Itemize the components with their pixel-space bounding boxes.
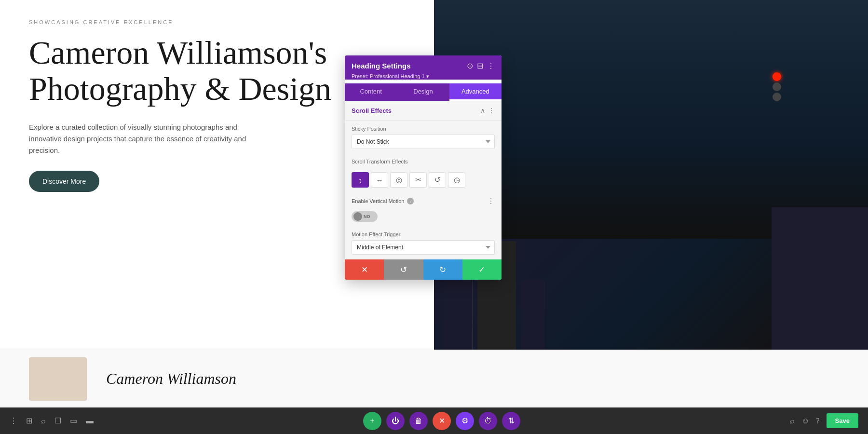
panel-cancel-button[interactable]: ✕ [345, 259, 384, 280]
discover-more-button[interactable]: Discover More [29, 171, 99, 192]
preview-heading: Cameron Williamson [106, 370, 236, 388]
panel-header-icons: ⊙ ⊟ ⋮ [467, 61, 495, 70]
panel-more-icon[interactable]: ⋮ [487, 61, 495, 70]
toolbar-desktop-icon[interactable]: ☐ [54, 416, 61, 425]
bottom-toolbar: ⋮ ⊞ ⌕ ☐ ▭ ▬ + ⏻ 🗑 ✕ ⚙ ⏱ ⇅ ⌕ ☺ ? Save [0, 407, 868, 434]
toolbar-left: ⋮ ⊞ ⌕ ☐ ▭ ▬ [10, 416, 94, 425]
panel-actions: ✕ ↺ ↻ ✓ [345, 259, 502, 280]
toolbar-help-icon[interactable]: ? [816, 417, 820, 425]
layout-button[interactable]: ⇅ [502, 412, 520, 430]
panel-body: Scroll Effects ∧ ⋮ Sticky Position Do No… [345, 101, 502, 259]
sticky-position-select[interactable]: Do Not Stick Stick to Top Stick to Botto… [352, 135, 495, 149]
toolbar-tablet-icon[interactable]: ▭ [70, 416, 77, 425]
traffic-red [773, 72, 781, 81]
delete-button[interactable]: 🗑 [409, 412, 428, 430]
transform-blur-btn[interactable]: ✂ [409, 172, 427, 188]
panel-confirm-button[interactable]: ✓ [462, 259, 502, 280]
panel-preset[interactable]: Preset: Professional Heading 1 ▾ [352, 73, 495, 80]
toolbar-account-icon[interactable]: ☺ [801, 417, 809, 425]
toolbar-zoom-icon[interactable]: ⌕ [790, 417, 795, 425]
add-section-button[interactable]: + [363, 412, 381, 430]
panel-undo-button[interactable]: ↺ [384, 259, 423, 280]
panel-redo-button[interactable]: ↻ [423, 259, 462, 280]
panel-columns-icon[interactable]: ⊟ [477, 61, 483, 70]
sub-text: Explore a curated collection of visually… [29, 122, 270, 156]
section-header-icons: ∧ ⋮ [480, 107, 495, 115]
enable-vertical-label: Enable Vertical Motion [352, 198, 404, 204]
heading-settings-panel: Heading Settings ⊙ ⊟ ⋮ Preset: Professio… [345, 55, 502, 280]
toolbar-right: ⌕ ☺ ? Save [790, 413, 858, 428]
tab-design[interactable]: Design [397, 83, 449, 101]
confirm-icon: ✓ [478, 265, 485, 275]
preview-image [29, 357, 87, 401]
toggle-knob [353, 212, 362, 221]
tab-content[interactable]: Content [345, 83, 397, 101]
tab-advanced[interactable]: Advanced [449, 83, 502, 101]
close-button[interactable]: ✕ [433, 412, 451, 430]
panel-title-row: Heading Settings ⊙ ⊟ ⋮ [352, 61, 495, 70]
motion-trigger-label: Motion Effect Trigger [352, 231, 495, 237]
sticky-position-field: Sticky Position Do Not Stick Stick to To… [345, 121, 502, 154]
motion-trigger-field: Motion Effect Trigger Middle of Element … [345, 227, 502, 259]
sticky-position-label: Sticky Position [352, 126, 495, 132]
scroll-transform-field: Scroll Transform Effects [345, 154, 502, 169]
transform-vertical-btn[interactable]: ↕ [352, 172, 369, 188]
vertical-motion-toggle[interactable]: NO [352, 211, 378, 222]
toggle-label-group: Enable Vertical Motion ? [352, 198, 414, 204]
traffic-light [773, 72, 781, 101]
toolbar-mobile-icon[interactable]: ▬ [86, 417, 94, 425]
motion-trigger-select[interactable]: Middle of Element Top of Viewport Bottom… [352, 240, 495, 255]
bottom-preview-strip: Cameron Williamson [0, 350, 868, 407]
help-icon[interactable]: ? [407, 198, 414, 204]
transform-icons-row: ↕ ↔ ◎ ✂ ↺ ◷ [345, 169, 502, 192]
panel-title: Heading Settings [352, 62, 411, 70]
settings-button[interactable]: ⚙ [456, 412, 474, 430]
transform-horizontal-btn[interactable]: ↔ [371, 172, 388, 188]
scroll-effects-title: Scroll Effects [352, 107, 392, 114]
transform-opacity-btn[interactable]: ◎ [390, 172, 407, 188]
undo-icon: ↺ [400, 265, 407, 275]
schedule-button[interactable]: ⏱ [479, 412, 497, 430]
transform-skew-btn[interactable]: ◷ [448, 172, 465, 188]
section-collapse-icon[interactable]: ∧ [480, 107, 485, 115]
enable-vertical-motion-field: Enable Vertical Motion ? ⋮ [345, 192, 502, 209]
panel-header: Heading Settings ⊙ ⊟ ⋮ Preset: Professio… [345, 55, 502, 80]
traffic-green [773, 93, 781, 101]
power-button[interactable]: ⏻ [386, 412, 405, 430]
transform-rotate-btn[interactable]: ↺ [429, 172, 446, 188]
cancel-icon: ✕ [361, 265, 368, 275]
toolbar-search-icon[interactable]: ⌕ [41, 417, 46, 425]
traffic-yellow [773, 82, 781, 91]
toolbar-center: + ⏻ 🗑 ✕ ⚙ ⏱ ⇅ [363, 412, 520, 430]
section-more-icon[interactable]: ⋮ [488, 107, 495, 115]
toolbar-grid-icon[interactable]: ⊞ [26, 416, 32, 425]
panel-tabs: Content Design Advanced [345, 83, 502, 101]
toolbar-menu-icon[interactable]: ⋮ [10, 416, 17, 425]
scroll-transform-label: Scroll Transform Effects [352, 159, 495, 164]
panel-settings-icon[interactable]: ⊙ [467, 61, 473, 70]
scroll-effects-section-header: Scroll Effects ∧ ⋮ [345, 101, 502, 121]
showcase-label: SHOWCASING CREATIVE EXCELLENCE [29, 19, 405, 25]
redo-icon: ↻ [439, 265, 446, 275]
toggle-more-icon[interactable]: ⋮ [487, 196, 495, 205]
toggle-value-label: NO [364, 214, 370, 219]
toggle-switch-wrapper: NO [345, 209, 502, 227]
save-button[interactable]: Save [827, 413, 858, 428]
